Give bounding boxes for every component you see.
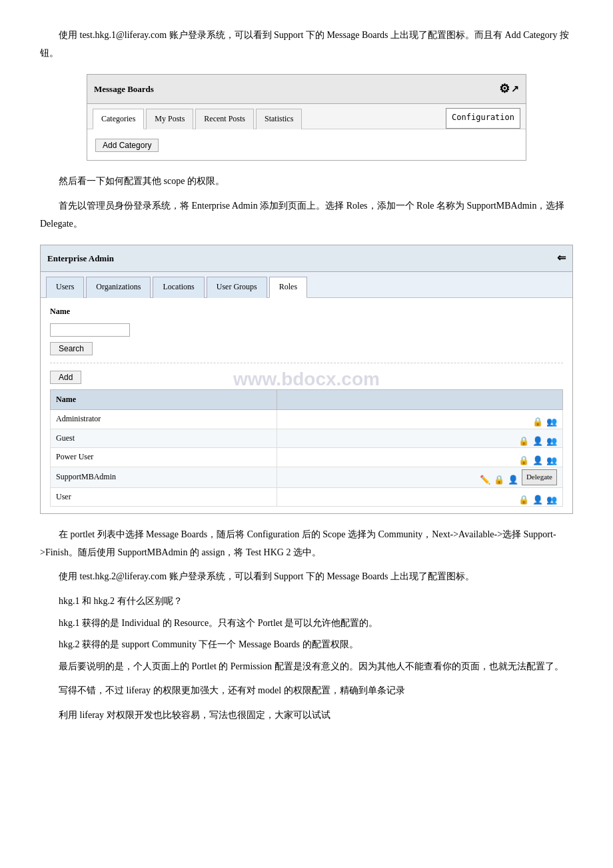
tab-categories[interactable]: Categories <box>93 109 144 130</box>
lock-icon[interactable]: 🔒 <box>518 453 529 463</box>
message-boards-tabs: Categories My Posts Recent Posts Statist… <box>87 104 526 130</box>
role-name-guest: Guest <box>51 429 277 448</box>
roles-table: Name Administrator 🔒 👥 Guest 🔒 👤 <box>50 389 563 507</box>
enterprise-admin-title: Enterprise Admin <box>47 251 114 266</box>
tab-recent-posts[interactable]: Recent Posts <box>195 109 254 130</box>
add-category-button[interactable]: Add Category <box>95 139 159 152</box>
lock-icon[interactable]: 🔒 <box>518 433 529 444</box>
body-paragraph-6: 利用 liferay 对权限开发也比较容易，写法也很固定，大家可以试试 <box>59 707 573 725</box>
lock-icon[interactable]: 🔒 <box>494 472 504 483</box>
role-actions-poweruser: 🔒 👤 👥 <box>277 448 562 467</box>
assign-icon[interactable]: 👥 <box>546 414 557 425</box>
add-button[interactable]: Add <box>50 371 81 384</box>
role-actions-supportmbadmin: ✏️ 🔒 👤 Delegate <box>277 467 562 487</box>
person-icon[interactable]: 👤 <box>532 453 543 463</box>
tab-my-posts[interactable]: My Posts <box>146 109 193 130</box>
back-icon[interactable]: ⇐ <box>557 249 566 268</box>
message-boards-title: Message Boards <box>94 81 154 97</box>
role-name-supportmbadmin: SupportMBAdmin <box>51 467 277 487</box>
body-paragraph-4: 最后要说明的是，个人页面上的 Portlet 的 Permission 配置是没… <box>40 658 573 676</box>
role-actions-administrator: 🔒 👥 <box>277 410 562 429</box>
edit-icon[interactable]: ✏️ <box>480 472 490 483</box>
message-boards-widget: Message Boards ⚙ ↗ Categories My Posts R… <box>87 74 526 161</box>
enterprise-admin-widget: www.bdocx.com Enterprise Admin ⇐ Users O… <box>40 245 573 514</box>
table-row: SupportMBAdmin ✏️ 🔒 👤 Delegate <box>51 467 563 487</box>
role-name-administrator: Administrator <box>51 410 277 429</box>
assign-icon[interactable]: 👥 <box>546 492 557 503</box>
enterprise-admin-body: Name Search Add Name Administrator 🔒 👥 <box>41 298 572 514</box>
table-row: User 🔒 👤 👥 <box>51 487 563 507</box>
noindent-3: hkg.2 获得的是 support Community 下任一个 Messag… <box>59 636 573 654</box>
role-name-poweruser: Power User <box>51 448 277 467</box>
lock-icon[interactable]: 🔒 <box>518 492 529 503</box>
tab-user-groups[interactable]: User Groups <box>207 277 267 298</box>
table-header-actions <box>277 389 562 410</box>
table-header-name: Name <box>51 389 277 410</box>
name-input[interactable] <box>50 323 130 337</box>
divider <box>50 363 563 363</box>
table-row: Administrator 🔒 👥 <box>51 410 563 429</box>
person-icon[interactable]: 👤 <box>532 492 543 503</box>
role-actions-guest: 🔒 👤 👥 <box>277 429 562 448</box>
body-paragraph-3: 使用 test.hkg.2@liferay.com 账户登录系统，可以看到 Su… <box>40 568 573 586</box>
table-row: Power User 🔒 👤 👥 <box>51 448 563 467</box>
tab-organizations[interactable]: Organizations <box>86 277 151 298</box>
noindent-2: hkg.1 获得的是 Individual 的 Resource。只有这个 Po… <box>59 615 573 633</box>
role-actions-user: 🔒 👤 👥 <box>277 487 562 507</box>
scope-paragraph: 然后看一下如何配置其他 scope 的权限。 <box>40 173 573 191</box>
lock-icon[interactable]: 🔒 <box>532 414 543 425</box>
delegate-button[interactable]: Delegate <box>522 469 557 485</box>
cursor-indicator: ↗ <box>511 81 519 97</box>
table-row: Guest 🔒 👤 👥 <box>51 429 563 448</box>
enterprise-admin-header: Enterprise Admin ⇐ <box>41 245 572 272</box>
message-boards-body: Add Category <box>87 129 526 160</box>
body-paragraph-5: 写得不错，不过 liferay 的权限更加强大，还有对 model 的权限配置，… <box>40 682 573 700</box>
gear-icon[interactable]: ⚙ <box>499 78 510 99</box>
tab-statistics[interactable]: Statistics <box>256 109 302 130</box>
noindent-1: hkg.1 和 hkg.2 有什么区别呢？ <box>59 593 573 611</box>
tab-users[interactable]: Users <box>46 277 84 298</box>
intro-paragraph: 使用 test.hkg.1@liferay.com 账户登录系统，可以看到 Su… <box>40 27 573 62</box>
role-name-user: User <box>51 487 277 507</box>
body-paragraph-2: 在 portlet 列表中选择 Message Boards，随后将 Confi… <box>40 526 573 561</box>
tab-roles[interactable]: Roles <box>269 277 307 298</box>
person-icon[interactable]: 👤 <box>508 472 518 483</box>
person-icon[interactable]: 👤 <box>532 433 543 444</box>
tab-configuration[interactable]: Configuration <box>446 108 520 129</box>
enterprise-admin-tabs: Users Organizations Locations User Group… <box>41 272 572 298</box>
assign-icon[interactable]: 👥 <box>546 433 557 444</box>
tab-locations[interactable]: Locations <box>153 277 204 298</box>
assign-icon[interactable]: 👥 <box>546 453 557 463</box>
enterprise-intro-paragraph: 首先以管理员身份登录系统，将 Enterprise Admin 添加到页面上。选… <box>40 197 573 233</box>
message-boards-header: Message Boards ⚙ ↗ <box>87 75 526 103</box>
search-button[interactable]: Search <box>50 342 93 355</box>
name-label: Name <box>50 305 563 319</box>
